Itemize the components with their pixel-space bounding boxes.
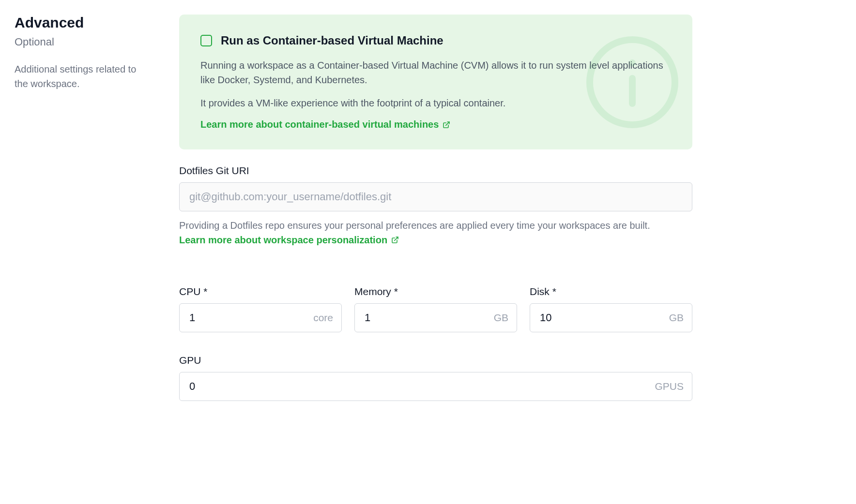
cpu-field: CPU * core xyxy=(179,286,342,332)
svg-line-3 xyxy=(446,122,449,125)
settings-sidebar: Advanced Optional Additional settings re… xyxy=(15,15,150,411)
memory-label: Memory * xyxy=(354,286,517,297)
dotfiles-learn-more-text: Learn more about workspace personalizati… xyxy=(179,233,387,247)
section-description: Additional settings related to the works… xyxy=(15,62,150,91)
dotfiles-help: Providing a Dotfiles repo ensures your p… xyxy=(179,218,692,247)
gpu-input[interactable] xyxy=(179,372,692,401)
section-title: Advanced xyxy=(15,15,150,31)
gpu-field: GPU GPUS xyxy=(179,355,692,401)
cvm-callout: Run as Container-based Virtual Machine R… xyxy=(179,15,692,149)
gpu-label: GPU xyxy=(179,355,692,366)
cvm-title: Run as Container-based Virtual Machine xyxy=(221,34,443,47)
cvm-checkbox[interactable] xyxy=(200,35,212,46)
memory-input[interactable] xyxy=(354,303,517,332)
dotfiles-input[interactable] xyxy=(179,182,692,211)
cvm-description-1: Running a workspace as a Container-based… xyxy=(200,58,671,87)
resource-grid: CPU * core Memory * GB Disk * GB xyxy=(179,286,692,342)
memory-field: Memory * GB xyxy=(354,286,517,332)
disk-label: Disk * xyxy=(530,286,692,297)
disk-input[interactable] xyxy=(530,303,692,332)
cvm-description-2: It provides a VM-like experience with th… xyxy=(200,96,671,110)
dotfiles-help-text: Providing a Dotfiles repo ensures your p… xyxy=(179,220,650,231)
dotfiles-learn-more-link[interactable]: Learn more about workspace personalizati… xyxy=(179,233,399,247)
settings-main: Run as Container-based Virtual Machine R… xyxy=(179,15,692,411)
cpu-label: CPU * xyxy=(179,286,342,297)
external-link-icon xyxy=(391,236,399,244)
disk-field: Disk * GB xyxy=(530,286,692,332)
section-subtitle: Optional xyxy=(15,36,150,48)
cvm-learn-more-link[interactable]: Learn more about container-based virtual… xyxy=(200,119,450,130)
cpu-input[interactable] xyxy=(179,303,342,332)
external-link-icon xyxy=(443,121,450,129)
dotfiles-field: Dotfiles Git URI Providing a Dotfiles re… xyxy=(179,165,692,247)
dotfiles-label: Dotfiles Git URI xyxy=(179,165,692,177)
svg-line-4 xyxy=(395,237,398,240)
cvm-learn-more-text: Learn more about container-based virtual… xyxy=(200,119,439,130)
